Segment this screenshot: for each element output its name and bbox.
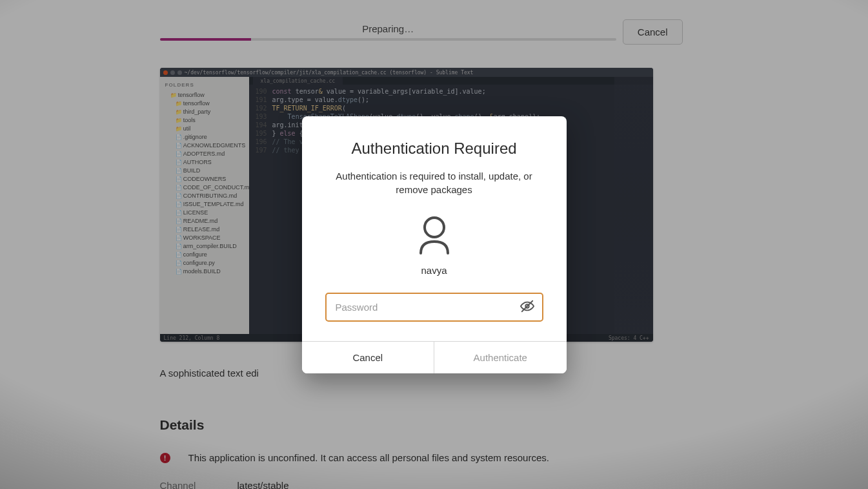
auth-username: navya	[421, 265, 447, 276]
tree-item: configure.py	[165, 259, 244, 267]
password-input[interactable]	[327, 294, 512, 320]
channel-label: Channel	[160, 480, 199, 489]
install-progress-row: Preparing… Cancel	[160, 19, 683, 45]
tree-item: .gitignore	[165, 133, 244, 141]
tree-item: tensorflow	[165, 99, 244, 108]
screenshot-window-title: ~/dev/tensorflow/tensorflow/compiler/jit…	[185, 70, 474, 76]
tree-item: tensorflow	[165, 91, 244, 99]
auth-cancel-button[interactable]: Cancel	[302, 342, 434, 373]
tree-item: RELEASE.md	[165, 225, 244, 234]
tree-item: models.BUILD	[165, 267, 244, 276]
progress-bar	[160, 38, 616, 41]
auth-dialog-title: Authentication Required	[325, 140, 543, 158]
cancel-install-button[interactable]: Cancel	[623, 19, 683, 45]
auth-authenticate-button[interactable]: Authenticate	[434, 342, 567, 373]
warning-icon: !	[160, 453, 170, 463]
tree-item: LICENSE	[165, 209, 244, 217]
screenshot-sidebar: FOLDERS tensorflowtensorflowthird_partyt…	[160, 77, 249, 334]
tree-item: third_party	[165, 108, 244, 116]
tree-item: ACKNOWLEDGMENTS	[165, 141, 244, 150]
tree-item: util	[165, 125, 244, 133]
progress-label: Preparing…	[160, 23, 616, 34]
details-heading: Details	[160, 417, 683, 433]
tree-item: CONTRIBUTING.md	[165, 192, 244, 200]
user-icon	[417, 216, 452, 257]
tree-item: arm_compiler.BUILD	[165, 242, 244, 251]
auth-dialog-message: Authentication is required to install, u…	[325, 169, 543, 196]
channel-value: latest/stable	[237, 480, 289, 489]
tree-item: WORKSPACE	[165, 234, 244, 242]
toggle-password-visibility-button[interactable]	[512, 299, 542, 315]
tree-item: BUILD	[165, 167, 244, 175]
confinement-warning: ! This application is unconfined. It can…	[160, 452, 683, 463]
tree-item: AUTHORS	[165, 158, 244, 167]
tree-item: README.md	[165, 217, 244, 225]
tree-item: ADOPTERS.md	[165, 150, 244, 158]
svg-point-0	[425, 218, 444, 237]
tree-item: tools	[165, 116, 244, 125]
tree-item: CODE_OF_CONDUCT.md	[165, 183, 244, 192]
eye-off-icon	[520, 299, 534, 315]
auth-dialog: Authentication Required Authentication i…	[302, 116, 567, 373]
tree-item: ISSUE_TEMPLATE.md	[165, 200, 244, 209]
tree-item: configure	[165, 251, 244, 259]
tree-item: CODEOWNERS	[165, 175, 244, 183]
confinement-warning-text: This application is unconfined. It can a…	[188, 452, 549, 463]
